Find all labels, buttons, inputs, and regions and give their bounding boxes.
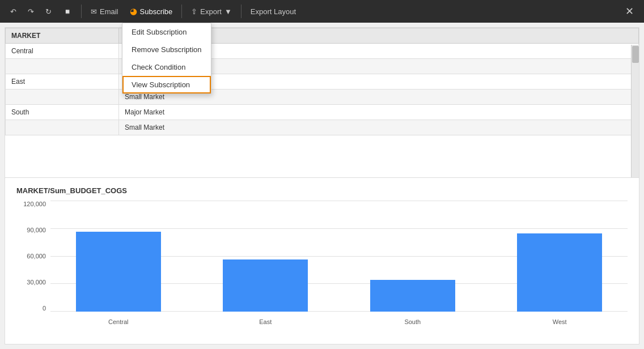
view-subscription-item[interactable]: View Subscription bbox=[122, 76, 211, 93]
subscribe-icon: ◕ bbox=[130, 6, 137, 16]
undo-icon: ↶ bbox=[10, 7, 16, 16]
refresh-button[interactable]: ↻ bbox=[41, 5, 56, 18]
table-cell-market: South bbox=[6, 105, 119, 120]
bar bbox=[223, 259, 308, 312]
x-labels: CentralEastSouthWest bbox=[50, 318, 628, 325]
export-chevron-icon: ▼ bbox=[224, 7, 232, 16]
bar-group bbox=[62, 232, 175, 312]
table-cell-market bbox=[6, 59, 119, 74]
bar bbox=[517, 233, 602, 312]
email-button[interactable]: ✉ Email bbox=[86, 5, 123, 18]
y-axis-label: 0 bbox=[43, 305, 46, 312]
export-label: Export bbox=[200, 7, 222, 16]
export-icon: ⇧ bbox=[191, 7, 197, 16]
subscribe-label: Subscribe bbox=[140, 7, 173, 16]
x-axis-label: East bbox=[209, 318, 323, 325]
subscribe-button[interactable]: ◕ Subscribe bbox=[125, 4, 177, 19]
check-condition-item[interactable]: Check Condition bbox=[122, 58, 211, 76]
table-section: MARKET MARKET_SIZE CentralMajor MarketSm… bbox=[5, 28, 639, 178]
bar bbox=[76, 232, 161, 312]
export-layout-button[interactable]: Export Layout bbox=[246, 5, 300, 18]
y-axis-label: 90,000 bbox=[27, 227, 46, 233]
redo-icon: ↷ bbox=[28, 7, 34, 16]
email-icon: ✉ bbox=[91, 7, 97, 16]
bar-group bbox=[209, 259, 323, 312]
bar bbox=[370, 280, 455, 312]
table-cell-market-size: Major Market bbox=[119, 105, 639, 120]
y-axis-label: 120,000 bbox=[23, 201, 46, 207]
edit-subscription-item[interactable]: Edit Subscription bbox=[122, 23, 211, 41]
export-button[interactable]: ⇧ Export ▼ bbox=[187, 5, 236, 18]
bar-group bbox=[356, 280, 469, 312]
chart-container: 120,00090,00060,00030,0000 CentralEastSo… bbox=[16, 201, 628, 325]
data-table: MARKET MARKET_SIZE CentralMajor MarketSm… bbox=[5, 28, 639, 135]
bars-area bbox=[50, 201, 628, 312]
toolbar: ↶ ↷ ↻ ◽ ✉ Email ◕ Subscribe ⇧ Export ▼ E… bbox=[0, 0, 644, 23]
undo-button[interactable]: ↶ bbox=[6, 5, 21, 18]
x-axis-label: Central bbox=[62, 318, 175, 325]
table-cell-market bbox=[6, 90, 119, 105]
chart-title: MARKET/Sum_BUDGET_COGS bbox=[16, 186, 628, 195]
scrollbar-thumb bbox=[632, 46, 639, 63]
table-cell-market bbox=[6, 120, 119, 135]
y-axis-label: 60,000 bbox=[27, 253, 46, 259]
table-cell-market-size: Small Market bbox=[119, 120, 639, 135]
subscribe-dropdown-menu: Edit Subscription Remove Subscription Ch… bbox=[122, 23, 211, 94]
email-label: Email bbox=[100, 7, 118, 16]
save-icon: ◽ bbox=[63, 7, 72, 16]
save-button[interactable]: ◽ bbox=[58, 5, 77, 18]
separator-2 bbox=[181, 5, 182, 18]
chart-section: MARKET/Sum_BUDGET_COGS 120,00090,00060,0… bbox=[5, 178, 639, 344]
refresh-icon: ↻ bbox=[45, 7, 52, 16]
content-area: MARKET MARKET_SIZE CentralMajor MarketSm… bbox=[5, 27, 639, 344]
bar-group bbox=[503, 233, 617, 312]
table-cell-market: Central bbox=[6, 44, 119, 59]
column-header-market: MARKET bbox=[6, 28, 119, 44]
chart-body: CentralEastSouthWest bbox=[50, 201, 628, 325]
y-axis: 120,00090,00060,00030,0000 bbox=[16, 201, 50, 325]
redo-button[interactable]: ↷ bbox=[23, 5, 39, 18]
x-axis-label: South bbox=[356, 318, 469, 325]
table-cell-market: East bbox=[6, 74, 119, 90]
vertical-scrollbar[interactable] bbox=[631, 45, 639, 178]
separator-3 bbox=[241, 5, 242, 18]
remove-subscription-item[interactable]: Remove Subscription bbox=[122, 41, 211, 58]
y-axis-label: 30,000 bbox=[27, 279, 46, 286]
x-axis-label: West bbox=[503, 318, 617, 325]
export-layout-label: Export Layout bbox=[251, 7, 296, 16]
close-button[interactable]: ✕ bbox=[621, 3, 638, 20]
close-icon: ✕ bbox=[625, 6, 634, 17]
separator-1 bbox=[81, 5, 82, 18]
